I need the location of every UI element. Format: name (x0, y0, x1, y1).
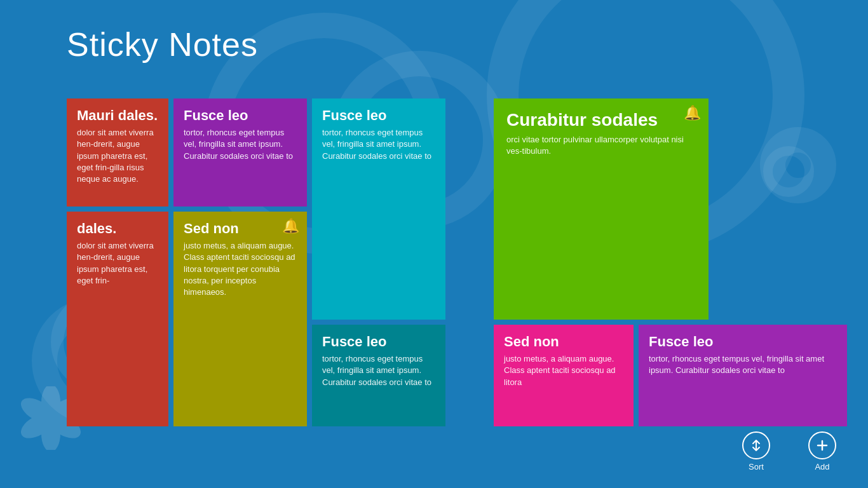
svg-point-6 (42, 409, 60, 427)
note-mauri-top[interactable]: Mauri dales. dolor sit amet viverra hen-… (67, 98, 168, 207)
note-body: dolor sit amet viverra hen-drerit, augue… (77, 127, 158, 185)
sort-icon (742, 431, 770, 459)
add-icon (808, 431, 836, 459)
note-body: orci vitae tortor pulvinar ullamcorper v… (506, 134, 696, 157)
note-body: justo metus, a aliquam augue. Class apte… (184, 240, 297, 298)
svg-point-4 (19, 409, 57, 444)
note-title: Fusce leo (322, 107, 435, 123)
note-mauri-bottom[interactable]: dales. dolor sit amet viverra hen-drerit… (67, 212, 168, 426)
add-label: Add (815, 462, 829, 471)
svg-point-3 (41, 416, 60, 450)
page-title: Sticky Notes (67, 25, 258, 64)
note-body: tortor, rhoncus eget tempus vel, fringil… (649, 353, 837, 376)
note-title: Fusce leo (184, 107, 297, 123)
note-title: Fusce leo (649, 334, 837, 349)
note-fusce-violet[interactable]: Fusce leo tortor, rhoncus eget tempus ve… (639, 325, 847, 426)
bottom-bar: Sort Add (723, 425, 868, 488)
note-body: tortor, rhoncus eget tempus vel, fringil… (322, 353, 435, 388)
svg-point-0 (41, 386, 60, 420)
note-fusce-teal-small[interactable]: Fusce leo tortor, rhoncus eget tempus ve… (312, 325, 445, 426)
note-fusce-teal-large[interactable]: Fusce leo tortor, rhoncus eget tempus ve… (312, 98, 445, 320)
note-title: Curabitur sodales (506, 110, 696, 130)
note-title: Mauri dales. (77, 107, 158, 123)
note-title: Sed non (184, 220, 297, 236)
note-body: dolor sit amet viverra hen-drerit, augue… (77, 240, 158, 287)
bell-icon: 🔔 (282, 218, 299, 234)
bell-icon: 🔔 (684, 105, 701, 121)
note-sed-non[interactable]: 🔔 Sed non justo metus, a aliquam augue. … (173, 212, 307, 426)
spacer (451, 98, 489, 426)
note-body: tortor, rhoncus eget tempus vel, fringil… (322, 127, 435, 162)
note-sed-non-pink[interactable]: Sed non justo metus, a aliquam augue. Cl… (494, 325, 634, 426)
note-fusce-purple[interactable]: Fusce leo tortor, rhoncus eget tempus ve… (173, 98, 307, 207)
note-body: tortor, rhoncus eget tempus vel, fringil… (184, 127, 297, 162)
sort-button[interactable]: Sort (723, 425, 789, 478)
notes-grid: Mauri dales. dolor sit amet viverra hen-… (67, 98, 847, 426)
note-body: justo metus, a aliquam augue. Class apte… (504, 353, 623, 388)
note-curabitur[interactable]: 🔔 Curabitur sodales orci vitae tortor pu… (494, 98, 709, 320)
note-title: Sed non (504, 334, 623, 349)
add-button[interactable]: Add (789, 425, 855, 478)
svg-point-5 (19, 393, 57, 428)
note-title: dales. (77, 220, 158, 236)
sort-label: Sort (749, 462, 764, 471)
note-title: Fusce leo (322, 334, 435, 349)
